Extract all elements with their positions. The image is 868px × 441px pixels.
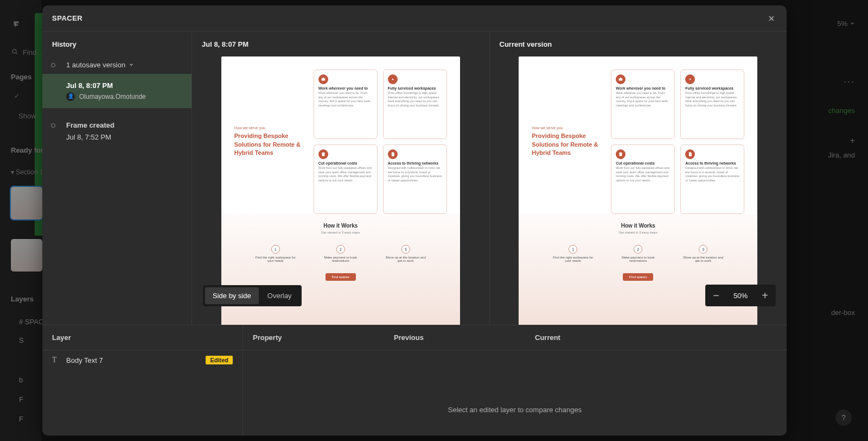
autosave-group[interactable]: 1 autosave version	[42, 56, 192, 74]
svg-rect-5	[323, 153, 324, 154]
svg-rect-9	[620, 153, 621, 154]
overlay-toggle[interactable]: Overlay	[260, 287, 299, 304]
preview-tagline: How we serve you	[532, 126, 602, 130]
current-version-title: Current version	[490, 32, 787, 56]
svg-rect-3	[322, 153, 324, 156]
version-history-modal: SPACER History 1 autosave version Jul 8,…	[42, 5, 787, 436]
comparison-layer-column: Layer T Body Text 7 Edited	[42, 325, 243, 436]
edited-badge: Edited	[206, 356, 233, 364]
modal-header: SPACER	[42, 5, 787, 32]
briefcase-icon	[616, 74, 626, 84]
briefcase-icon	[318, 74, 328, 84]
history-header: History	[42, 32, 192, 56]
property-column-header: Property	[253, 333, 394, 342]
feature-card: Work wherever you need toWork wherever y…	[314, 70, 378, 139]
previous-version-column: Jul 8, 8:07 PM How we serve you Providin…	[192, 32, 490, 325]
how-it-works-section: How it Works Get started in 3 easy steps…	[519, 214, 757, 325]
preview-heading: Providing Bespoke Solutions for Remote &…	[532, 132, 602, 157]
zoom-out-button[interactable]: −	[705, 285, 727, 306]
feature-grid: Work wherever you need toWork wherever y…	[611, 70, 744, 214]
layer-row[interactable]: T Body Text 7 Edited	[42, 350, 242, 370]
building-icon	[318, 149, 328, 159]
svg-point-2	[392, 79, 394, 80]
feature-card: Cut operational costsWork from our fully…	[611, 144, 675, 214]
side-by-side-toggle[interactable]: Side by side	[205, 287, 259, 304]
empty-state-message: Select an edited layer to compare change…	[243, 406, 787, 414]
cta-button: Find spaces	[326, 273, 356, 281]
text-layer-icon: T	[52, 356, 61, 364]
version-entry[interactable]: Frame created Jul 8, 7:52 PM	[42, 117, 192, 146]
step: 1Find the right workspace for your needs	[551, 245, 595, 262]
zoom-value: 50%	[727, 292, 754, 300]
document-icon	[685, 149, 695, 159]
svg-rect-4	[323, 153, 323, 154]
layer-name: Body Text 7	[66, 356, 103, 364]
current-version-column: Current version How we serve you Providi…	[490, 32, 787, 325]
feature-card: Access to thriving networksDesigned with…	[383, 144, 447, 214]
how-title: How it Works	[519, 223, 757, 229]
view-mode-toggle: Side by side Overlay	[203, 285, 302, 306]
preview-tagline: How we serve you	[234, 126, 305, 130]
app-shell: Find… Pages ✓ Show Ready for ▾ Section 1…	[0, 0, 868, 441]
document-icon	[388, 149, 398, 159]
modal-title: SPACER	[52, 14, 82, 22]
autosave-label: 1 autosave version	[66, 60, 125, 71]
step: 3Show up at the location and get to work	[384, 245, 427, 262]
zoom-control: − 50% +	[705, 285, 776, 306]
how-subtitle: Get started in 3 easy steps	[519, 231, 757, 234]
how-it-works-section: How it Works Get started in 3 easy steps…	[221, 214, 460, 325]
comparison-table: Layer T Body Text 7 Edited Property Prev…	[42, 325, 787, 436]
version-user: Olumayowa.Omotunde	[79, 92, 146, 102]
user-avatar: 👤	[66, 92, 75, 101]
previous-column-header: Previous	[394, 333, 535, 342]
cta-button: Find spaces	[623, 273, 653, 281]
version-time: Jul 8, 8:07 PM	[66, 80, 182, 91]
gear-icon	[388, 74, 398, 84]
close-button[interactable]	[766, 13, 777, 24]
chevron-down-icon	[129, 60, 134, 71]
feature-card: Access to thriving networksDesigned with…	[680, 144, 744, 214]
svg-point-7	[690, 79, 691, 80]
history-column: History 1 autosave version Jul 8, 8:07 P…	[42, 32, 192, 325]
layer-column-header: Layer	[42, 325, 242, 350]
step: 2Make payment to book reservations	[616, 245, 660, 262]
feature-grid: Work wherever you need toWork wherever y…	[314, 70, 447, 214]
how-title: How it Works	[221, 223, 460, 229]
svg-rect-1	[321, 78, 325, 80]
gear-icon	[685, 74, 695, 84]
comparison-details-column: Property Previous Current Select an edit…	[243, 325, 787, 436]
how-subtitle: Get started in 3 easy steps	[221, 231, 460, 234]
current-column-header: Current	[535, 333, 560, 342]
zoom-in-button[interactable]: +	[754, 285, 776, 306]
svg-rect-10	[621, 153, 622, 154]
version-entry-selected[interactable]: Jul 8, 8:07 PM 👤 Olumayowa.Omotunde	[42, 74, 192, 109]
feature-card: Fully serviced workspacesFrom office fur…	[383, 70, 447, 139]
feature-card: Cut operational costsWork from our fully…	[314, 144, 378, 214]
preview-canvas-left[interactable]: How we serve you Providing Bespoke Solut…	[192, 56, 489, 325]
svg-rect-8	[620, 153, 622, 156]
step: 1Find the right workspace for your needs	[254, 245, 297, 262]
svg-rect-6	[619, 78, 623, 80]
version-label: Frame created	[66, 120, 182, 131]
step: 2Make payment to book reservations	[319, 245, 362, 262]
preview-frame: How we serve you Providing Bespoke Solut…	[221, 56, 460, 325]
preview-heading: Providing Bespoke Solutions for Remote &…	[234, 132, 305, 157]
building-icon	[616, 149, 626, 159]
step: 3Show up at the location and get to work	[681, 245, 725, 262]
feature-card: Work wherever you need toWork wherever y…	[611, 70, 675, 139]
feature-card: Fully serviced workspacesFrom office fur…	[680, 70, 744, 139]
modal-body: History 1 autosave version Jul 8, 8:07 P…	[42, 32, 787, 325]
version-time: Jul 8, 7:52 PM	[66, 132, 182, 143]
previous-version-title: Jul 8, 8:07 PM	[192, 32, 489, 56]
